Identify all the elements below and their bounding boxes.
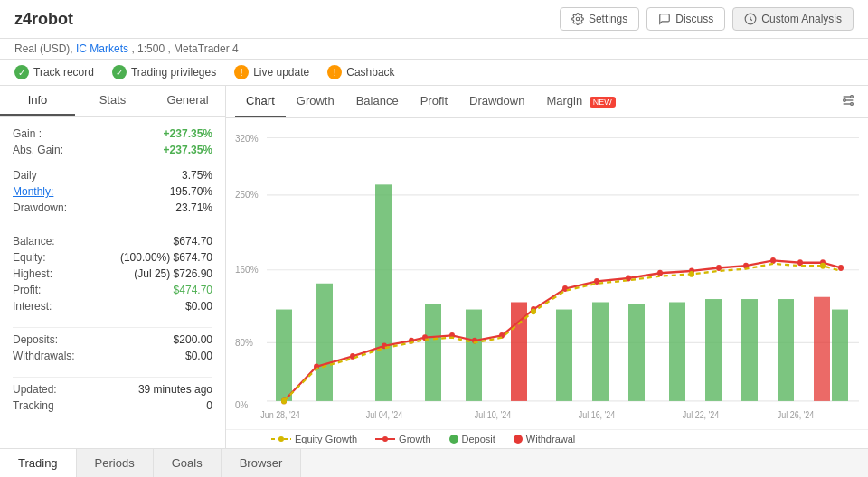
svg-text:250%: 250% — [235, 189, 259, 201]
highest-value: (Jul 25) $726.90 — [134, 267, 212, 280]
legend-deposit: Deposit — [449, 434, 495, 444]
tab-stats[interactable]: Stats — [75, 86, 150, 116]
monthly-label[interactable]: Monthly: — [13, 185, 53, 198]
bottom-tabs: Trading Periods Goals Browser — [0, 448, 868, 477]
account-details: , 1:500 , MetaTrader 4 — [131, 42, 238, 55]
gain-row: Gain : +237.35% — [13, 126, 212, 142]
tab-drawdown[interactable]: Drawdown — [458, 86, 535, 117]
tab-trading[interactable]: Trading — [0, 449, 77, 477]
chart-custom-icon — [744, 13, 757, 25]
svg-text:Jun 28, '24: Jun 28, '24 — [260, 410, 300, 421]
tracking-label: Tracking — [13, 399, 54, 412]
svg-point-5 — [851, 96, 854, 98]
chart-svg: 320% 250% 160% 80% 0% Jun 28, '24 Jul 04… — [235, 127, 859, 429]
sliders-icon — [841, 93, 855, 108]
deposits-label: Deposits: — [13, 333, 58, 346]
profit-row: Profit: $474.70 — [13, 282, 212, 298]
track-record-badge: ✓ Track record — [14, 65, 94, 80]
settings-label: Settings — [589, 13, 627, 25]
svg-text:Jul 10, '24: Jul 10, '24 — [475, 410, 512, 421]
balance-label: Balance: — [13, 235, 55, 248]
live-update-label: Live update — [253, 66, 309, 79]
trading-privileges-badge: ✓ Trading privileges — [112, 65, 216, 80]
app-container: z4robot Settings Discuss Custom Analysis… — [0, 0, 868, 477]
svg-text:Jul 22, '24: Jul 22, '24 — [683, 410, 720, 421]
profit-label: Profit: — [13, 284, 41, 296]
svg-rect-25 — [316, 284, 333, 401]
cashback-icon: ! — [327, 65, 342, 80]
deposit-dot-icon — [449, 435, 458, 444]
updated-value: 39 minutes ago — [138, 383, 212, 396]
tab-goals[interactable]: Goals — [154, 449, 222, 477]
chart-area: 320% 250% 160% 80% 0% Jun 28, '24 Jul 04… — [226, 118, 868, 429]
svg-rect-27 — [425, 304, 441, 401]
chart-settings-button[interactable] — [837, 89, 859, 114]
tab-periods[interactable]: Periods — [77, 449, 154, 477]
svg-point-67 — [382, 436, 388, 442]
daily-row: Daily 3.75% — [13, 167, 212, 183]
drawdown-row: Drawdown: 23.71% — [13, 200, 212, 216]
tab-chart[interactable]: Chart — [235, 86, 286, 117]
withdrawals-label: Withdrawals: — [13, 350, 75, 362]
chart-legend: Equity Growth Growth Deposit Withdrawal — [226, 429, 868, 448]
discuss-button[interactable]: Discuss — [646, 7, 725, 31]
monthly-row: Monthly: 195.70% — [13, 183, 212, 200]
discuss-label: Discuss — [675, 13, 713, 25]
abs-gain-row: Abs. Gain: +237.35% — [13, 142, 212, 158]
track-record-label: Track record — [33, 66, 94, 79]
daily-value: 3.75% — [182, 169, 212, 182]
svg-rect-33 — [669, 302, 685, 400]
tab-growth[interactable]: Growth — [286, 86, 345, 117]
svg-text:320%: 320% — [235, 132, 259, 144]
svg-rect-35 — [741, 299, 758, 401]
interest-label: Interest: — [13, 300, 52, 313]
deposits-value: $200.00 — [174, 333, 212, 346]
svg-rect-30 — [556, 310, 572, 401]
balance-value: $674.70 — [174, 235, 212, 248]
svg-rect-31 — [592, 302, 609, 400]
app-title: z4robot — [14, 10, 73, 29]
sub-header: Real (USD), IC Markets , 1:500 , MetaTra… — [0, 39, 868, 60]
header-right: Settings Discuss Custom Analysis — [560, 7, 854, 31]
gain-label: Gain : — [13, 127, 42, 140]
svg-rect-38 — [832, 310, 848, 401]
tab-info[interactable]: Info — [0, 86, 75, 116]
tab-margin[interactable]: Margin NEW — [535, 86, 626, 117]
updated-label: Updated: — [13, 383, 57, 396]
svg-rect-34 — [705, 299, 722, 401]
updated-row: Updated: 39 minutes ago — [13, 381, 212, 398]
chat-icon — [658, 13, 671, 25]
tab-general[interactable]: General — [150, 86, 225, 116]
svg-point-60 — [281, 398, 287, 404]
trading-privileges-icon: ✓ — [112, 65, 127, 80]
margin-new-badge: NEW — [590, 97, 616, 108]
trading-privileges-label: Trading privileges — [131, 66, 216, 79]
track-record-icon: ✓ — [14, 65, 29, 80]
profit-value: $474.70 — [174, 284, 212, 296]
svg-text:160%: 160% — [235, 264, 259, 276]
svg-point-0 — [576, 17, 580, 21]
balance-row: Balance: $674.70 — [13, 233, 212, 249]
live-update-badge: ! Live update — [234, 65, 309, 80]
growth-line-icon — [375, 435, 395, 443]
header-left: z4robot — [14, 10, 73, 29]
withdrawals-row: Withdrawals: $0.00 — [13, 348, 212, 364]
tab-browser[interactable]: Browser — [222, 449, 302, 477]
equity-value: (100.00%) $674.70 — [120, 251, 212, 264]
custom-analysis-button[interactable]: Custom Analysis — [732, 7, 854, 31]
legend-growth: Growth — [375, 434, 430, 444]
left-panel: Info Stats General Gain : +237.35% Abs. … — [0, 86, 226, 448]
svg-point-6 — [844, 99, 846, 102]
svg-rect-36 — [778, 299, 794, 401]
monthly-value: 195.70% — [170, 185, 212, 198]
info-content: Gain : +237.35% Abs. Gain: +237.35% Dail… — [0, 117, 225, 448]
settings-button[interactable]: Settings — [560, 7, 639, 31]
svg-text:0%: 0% — [235, 398, 249, 410]
tab-profit[interactable]: Profit — [410, 86, 458, 117]
tab-balance[interactable]: Balance — [345, 86, 410, 117]
svg-point-52 — [657, 270, 663, 276]
equity-label: Equity: — [13, 251, 46, 264]
drawdown-label: Drawdown: — [13, 201, 67, 214]
broker-link[interactable]: IC Markets — [76, 42, 128, 55]
highest-row: Highest: (Jul 25) $726.90 — [13, 266, 212, 282]
